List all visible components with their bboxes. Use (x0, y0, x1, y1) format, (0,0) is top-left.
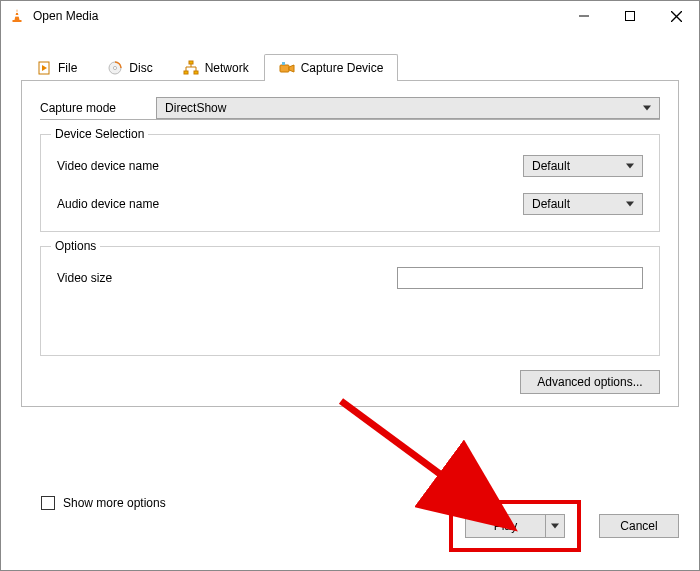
network-icon (183, 60, 199, 76)
tab-disc-label: Disc (129, 61, 152, 75)
svg-rect-3 (13, 20, 22, 22)
play-button-label: Play (494, 519, 517, 533)
advanced-options-label: Advanced options... (537, 375, 642, 389)
audio-device-label: Audio device name (57, 197, 523, 211)
svg-point-11 (114, 66, 117, 69)
audio-device-value: Default (532, 197, 570, 211)
tab-file-label: File (58, 61, 77, 75)
device-selection-group: Device Selection Video device name Defau… (40, 134, 660, 232)
tab-network-label: Network (205, 61, 249, 75)
capture-icon (279, 60, 295, 76)
tab-capture-device[interactable]: Capture Device (264, 54, 399, 81)
svg-rect-12 (189, 61, 193, 64)
svg-rect-14 (194, 71, 198, 74)
advanced-options-button[interactable]: Advanced options... (520, 370, 660, 394)
svg-rect-5 (626, 12, 635, 21)
play-button-highlight: Play (449, 500, 581, 552)
audio-device-select[interactable]: Default (523, 193, 643, 215)
minimize-button[interactable] (561, 1, 607, 31)
play-button[interactable]: Play (465, 514, 545, 538)
cancel-button-label: Cancel (620, 519, 657, 533)
svg-marker-16 (289, 65, 294, 72)
disc-icon (107, 60, 123, 76)
play-dropdown-button[interactable] (545, 514, 565, 538)
close-button[interactable] (653, 1, 699, 31)
options-group: Options Video size (40, 246, 660, 356)
svg-marker-0 (15, 9, 20, 20)
tab-disc[interactable]: Disc (92, 54, 167, 81)
video-device-label: Video device name (57, 159, 523, 173)
video-device-select[interactable]: Default (523, 155, 643, 177)
show-more-label: Show more options (63, 496, 166, 510)
maximize-button[interactable] (607, 1, 653, 31)
svg-rect-1 (15, 12, 18, 13)
cancel-button[interactable]: Cancel (599, 514, 679, 538)
show-more-checkbox[interactable] (41, 496, 55, 510)
video-device-value: Default (532, 159, 570, 173)
device-selection-title: Device Selection (51, 127, 148, 141)
svg-rect-15 (280, 65, 289, 72)
video-size-input[interactable] (397, 267, 643, 289)
video-size-label: Video size (57, 271, 397, 285)
options-title: Options (51, 239, 100, 253)
svg-rect-13 (184, 71, 188, 74)
capture-mode-label: Capture mode (40, 101, 116, 115)
tab-network[interactable]: Network (168, 54, 264, 81)
tab-file[interactable]: File (21, 54, 92, 81)
capture-mode-value: DirectShow (165, 101, 226, 115)
tab-capture-label: Capture Device (301, 61, 384, 75)
window-title: Open Media (33, 9, 561, 23)
capture-panel: Capture mode DirectShow Device Selection… (21, 81, 679, 407)
svg-rect-17 (282, 62, 285, 65)
capture-mode-select[interactable]: DirectShow (156, 97, 660, 119)
vlc-cone-icon (9, 8, 25, 24)
svg-rect-2 (15, 15, 20, 17)
file-icon (36, 60, 52, 76)
